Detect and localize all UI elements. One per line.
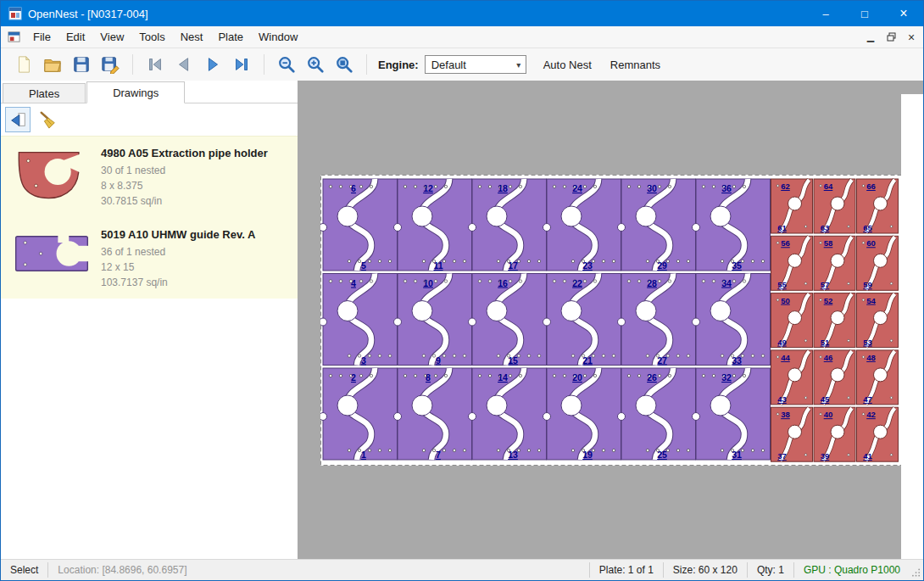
menu-edit[interactable]: Edit	[58, 26, 92, 47]
auto-nest-button[interactable]: Auto Nest	[535, 53, 600, 75]
nested-part-pair[interactable]: 43	[320, 274, 398, 366]
main-toolbar: Engine: Default ▾ Auto Nest Remnants	[1, 48, 923, 81]
zoom-out-button[interactable]	[274, 52, 299, 77]
nested-part-pair[interactable]: 87	[394, 368, 472, 460]
nested-part-pair[interactable]: 4039	[814, 407, 855, 461]
status-spacer	[197, 560, 589, 580]
nested-part-pair[interactable]: 1615	[469, 274, 547, 366]
part-number: 26	[647, 372, 657, 383]
save-button[interactable]	[69, 52, 94, 77]
nested-part-pair[interactable]: 4241	[857, 407, 899, 461]
zoom-fit-button[interactable]	[331, 52, 357, 77]
drawing-info: 4980 A05 Extraction pipe holder 30 of 1 …	[101, 147, 268, 209]
part-number: 29	[657, 260, 667, 271]
tab-plates[interactable]: Plates	[3, 83, 86, 103]
first-plate-button[interactable]	[142, 52, 168, 77]
nested-part-pair[interactable]: 5049	[771, 293, 813, 348]
plate-svg[interactable]: 6512111817242330293635431091615222128273…	[320, 175, 902, 466]
part-number: 63	[821, 223, 830, 232]
nested-part-pair[interactable]: 4847	[857, 350, 899, 405]
nested-part-pair[interactable]: 2019	[543, 368, 621, 460]
app-icon	[8, 7, 22, 20]
vertical-scrollbar[interactable]	[901, 94, 923, 559]
clear-button[interactable]	[35, 107, 60, 132]
nested-part-pair[interactable]: 5655	[771, 236, 813, 290]
new-file-button[interactable]	[11, 52, 36, 77]
status-plate: Plate: 1 of 1	[590, 560, 663, 580]
nested-part-pair[interactable]: 5251	[814, 293, 855, 348]
menu-tools[interactable]: Tools	[131, 26, 172, 47]
send-to-plate-button[interactable]	[5, 107, 31, 132]
sidebar: Plates Drawings	[1, 81, 298, 559]
engine-selected-value: Default	[431, 59, 466, 71]
last-plate-button[interactable]	[229, 52, 254, 77]
document-icon[interactable]	[8, 31, 20, 43]
nested-part-pair[interactable]: 3837	[771, 407, 813, 461]
list-item[interactable]: 4980 A05 Extraction pipe holder 30 of 1 …	[1, 137, 298, 218]
title-bar: OpenNest - [N0317-004] – □ ×	[1, 1, 923, 26]
remnants-button[interactable]: Remnants	[602, 53, 669, 75]
nested-part-pair[interactable]: 1817	[469, 179, 547, 271]
menu-file[interactable]: File	[25, 26, 58, 47]
open-file-button[interactable]	[40, 52, 65, 77]
part-number: 31	[732, 450, 742, 460]
part-number: 54	[866, 296, 876, 305]
toolbar-separator	[132, 54, 133, 75]
zoom-in-button[interactable]	[303, 52, 328, 77]
nested-part-pair[interactable]: 3433	[693, 274, 771, 366]
drawing-nested: 36 of 1 nested	[101, 244, 255, 260]
nest-canvas[interactable]: 6512111817242330293635431091615222128273…	[298, 81, 923, 559]
nested-part-pair[interactable]: 5857	[814, 236, 855, 290]
zoom-out-icon	[277, 55, 296, 74]
nested-part-pair[interactable]: 21	[320, 368, 398, 460]
menu-window[interactable]: Window	[251, 26, 305, 47]
nested-part-pair[interactable]: 5453	[857, 293, 899, 348]
nested-part-pair[interactable]: 6261	[771, 179, 813, 233]
menu-nest[interactable]: Nest	[173, 26, 211, 47]
nested-part-pair[interactable]: 4443	[771, 350, 813, 405]
close-button[interactable]: ×	[884, 1, 923, 26]
mdi-minimize-icon[interactable]: ▁	[863, 30, 878, 45]
drawing-area: 103.7137 sq/in	[101, 275, 255, 290]
nested-part-pair[interactable]: 6059	[857, 236, 899, 290]
menu-plate[interactable]: Plate	[210, 26, 251, 47]
list-item[interactable]: 5019 A10 UHMW guide Rev. A 36 of 1 neste…	[1, 218, 298, 299]
nested-part-pair[interactable]: 3029	[618, 179, 696, 271]
part-number: 44	[781, 353, 790, 362]
nested-part-pair[interactable]: 3635	[693, 179, 771, 271]
plate[interactable]: 6512111817242330293635431091615222128273…	[320, 175, 902, 466]
nested-part-pair[interactable]: 65	[320, 179, 398, 271]
part-number: 41	[863, 451, 872, 461]
nested-part-pair[interactable]: 2423	[543, 179, 621, 271]
part-number: 8	[426, 372, 431, 383]
minimize-button[interactable]: –	[806, 1, 845, 26]
nested-part-pair[interactable]: 3231	[693, 368, 771, 460]
mdi-close-icon[interactable]: ×	[904, 30, 919, 45]
nested-part-pair[interactable]: 1211	[394, 179, 472, 271]
menu-view[interactable]: View	[92, 26, 131, 47]
tab-drawings[interactable]: Drawings	[86, 81, 185, 103]
drawing-title: 4980 A05 Extraction pipe holder	[101, 147, 268, 159]
engine-select[interactable]: Default ▾	[425, 55, 526, 74]
sidebar-tabstrip: Plates Drawings	[1, 81, 298, 103]
save-as-button[interactable]	[97, 52, 123, 77]
next-plate-button[interactable]	[200, 52, 225, 77]
nested-part-pair[interactable]: 6463	[814, 179, 855, 233]
part-number: 5	[361, 260, 366, 271]
nested-part-pair[interactable]: 1413	[469, 368, 547, 460]
maximize-button[interactable]: □	[845, 1, 884, 26]
nested-part-pair[interactable]: 4645	[814, 350, 855, 405]
part-number: 14	[498, 372, 508, 383]
nested-part-pair[interactable]: 2221	[543, 274, 621, 366]
part-number: 15	[508, 355, 518, 366]
nested-part-pair[interactable]: 2625	[618, 368, 696, 460]
nested-part-pair[interactable]: 6665	[857, 179, 899, 233]
resize-grip-icon[interactable]	[910, 560, 923, 580]
part-number: 11	[433, 260, 443, 271]
mdi-restore-icon[interactable]	[883, 30, 899, 45]
nested-part-pair[interactable]: 109	[394, 274, 472, 366]
part-number: 60	[866, 238, 876, 248]
nested-part-pair[interactable]: 2827	[618, 274, 696, 366]
menu-bar: File Edit View Tools Nest Plate Window ▁…	[1, 26, 923, 48]
previous-plate-button[interactable]	[171, 52, 197, 77]
